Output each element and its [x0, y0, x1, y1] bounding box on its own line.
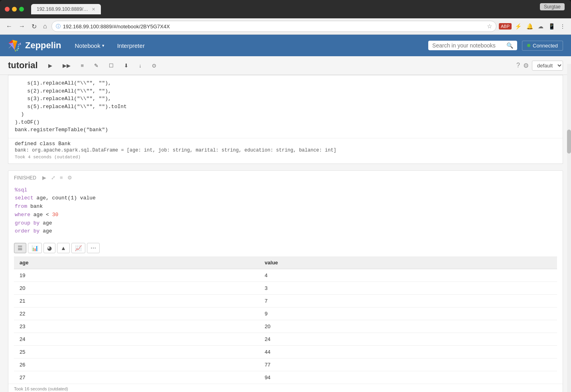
- notebook-titlebar: tutorial ▶ ▶▶ ≡ ✎ ☐ ⬇ ↓ ⊙ ? ⚙ default: [0, 56, 571, 75]
- run-paragraph-button[interactable]: ▶: [45, 61, 55, 70]
- cell-status: FINISHED ▶ ⤢ ≡ ⚙: [14, 174, 74, 181]
- output-time-1: Took 4 seconds (outdated): [15, 155, 556, 160]
- table-row: 2424: [14, 333, 557, 346]
- cell-value: 20: [259, 320, 557, 333]
- cell-age: 19: [14, 269, 259, 282]
- schedule-button[interactable]: ⊙: [149, 61, 159, 70]
- notebook-title: tutorial: [8, 60, 38, 71]
- code-line-7: bank.registerTempTable("bank"): [15, 126, 556, 134]
- notebook-area: tutorial ▶ ▶▶ ≡ ✎ ☐ ⬇ ↓ ⊙ ? ⚙ default: [0, 56, 571, 392]
- notebook-right-toolbar: ? ⚙ default: [516, 61, 563, 71]
- cell-value: 94: [259, 371, 557, 384]
- cell-age: 26: [14, 359, 259, 371]
- nav-notebook[interactable]: Notebook ▾: [69, 40, 110, 51]
- back-button[interactable]: ←: [4, 22, 14, 31]
- cell-age: 25: [14, 346, 259, 359]
- browser-ext-1[interactable]: ABP: [499, 23, 512, 30]
- clear-output-button[interactable]: ☐: [106, 61, 117, 70]
- interpreter-select[interactable]: default: [532, 61, 563, 71]
- table-row: 203: [14, 282, 557, 295]
- search-input[interactable]: [432, 42, 504, 49]
- browser-ext-2[interactable]: ⚡: [513, 22, 523, 30]
- cell-value: 24: [259, 333, 557, 346]
- main-nav: Notebook ▾ Interpreter: [69, 40, 428, 51]
- connected-badge: Connected: [522, 41, 563, 51]
- code-cell-1: s(1).replaceAll("\\"", ""), s(2).replace…: [8, 75, 563, 164]
- cell-status-label: FINISHED: [14, 175, 36, 181]
- export-button[interactable]: ⬇: [121, 61, 132, 70]
- output-block-1: defined class Bank bank: org.apache.spar…: [8, 138, 563, 163]
- secure-icon: ⓘ: [56, 23, 61, 30]
- table-view-button[interactable]: ☰: [14, 243, 26, 253]
- home-button[interactable]: ⌂: [41, 22, 49, 31]
- table-row: 2320: [14, 320, 557, 333]
- cell-age: 21: [14, 295, 259, 307]
- nav-notebook-arrow: ▾: [102, 43, 104, 48]
- sql-line-1: %sql: [15, 186, 556, 195]
- browser-ext-5[interactable]: 📱: [547, 22, 557, 30]
- bar-chart-button[interactable]: 📊: [28, 243, 42, 253]
- cell-value: 44: [259, 346, 557, 359]
- close-dot[interactable]: [5, 7, 10, 12]
- help-button[interactable]: ?: [516, 62, 520, 69]
- forward-button[interactable]: →: [17, 22, 27, 31]
- code-line-2: s(2).replaceAll("\\"", ""),: [15, 87, 556, 95]
- app-header: 🪁 Zeppelin Notebook ▾ Interpreter 🔍 Conn…: [0, 35, 571, 56]
- data-table: age value 194203217229232024242544267727…: [14, 256, 557, 384]
- nav-notebook-label: Notebook: [75, 42, 100, 49]
- reload-button[interactable]: ↻: [30, 22, 39, 31]
- zeppelin-logo-icon: 🪁: [8, 39, 22, 52]
- address-input[interactable]: [63, 24, 484, 30]
- code-block-1[interactable]: s(1).replaceAll("\\"", ""), s(2).replace…: [8, 75, 563, 138]
- cell-age: 22: [14, 307, 259, 320]
- line-chart-button[interactable]: 📈: [71, 243, 85, 253]
- pie-chart-button[interactable]: ◕: [43, 243, 55, 253]
- run-all-button[interactable]: ▶▶: [59, 61, 74, 70]
- star-icon[interactable]: ☆: [487, 23, 492, 30]
- show-code-button[interactable]: ≡: [58, 174, 65, 181]
- col-age-header: age: [14, 256, 259, 269]
- sql-line-3: from bank: [15, 203, 556, 211]
- browser-menu[interactable]: ⋮: [558, 22, 567, 30]
- browser-toolbar: ← → ↻ ⌂ ⓘ ☆ ABP ⚡ 🔔 ☁ 📱 ⋮: [0, 18, 571, 35]
- maximize-cell-button[interactable]: ⤢: [49, 174, 57, 181]
- show-hide-button[interactable]: ≡: [78, 61, 87, 70]
- scrollbar-thumb[interactable]: [567, 130, 571, 154]
- cell-value: 7: [259, 295, 557, 307]
- browser-ext-3[interactable]: 🔔: [525, 22, 535, 30]
- cell-value: 77: [259, 359, 557, 371]
- browser-tab[interactable]: 192.168.99.100:8889/#/note ✕: [31, 4, 101, 14]
- edit-button[interactable]: ✎: [91, 61, 102, 70]
- download-button[interactable]: ↓: [136, 61, 145, 70]
- table-row: 2794: [14, 371, 557, 384]
- chart-toolbar: ☰ 📊 ◕ ▲ 📈 ⋯: [8, 240, 563, 256]
- search-wrap: 🔍: [428, 41, 517, 50]
- surgtae-label: Surgtae: [540, 3, 565, 10]
- cell-settings-button[interactable]: ⚙: [66, 174, 74, 181]
- scrollbar-track[interactable]: [567, 64, 571, 392]
- connected-indicator: [527, 44, 530, 47]
- cell-value: 9: [259, 307, 557, 320]
- sql-cell: FINISHED ▶ ⤢ ≡ ⚙ %sql select age, count(…: [8, 170, 563, 392]
- browser-toolbar-icons: ABP ⚡ 🔔 ☁ 📱 ⋮: [499, 22, 567, 30]
- sql-line-5: group by age: [15, 219, 556, 228]
- minimize-dot[interactable]: [12, 7, 17, 12]
- sql-code-block[interactable]: %sql select age, count(1) value from ban…: [8, 185, 563, 240]
- maximize-dot[interactable]: [19, 7, 24, 12]
- browser-ext-4[interactable]: ☁: [536, 22, 545, 30]
- code-line-1: s(1).replaceAll("\\"", ""),: [15, 79, 556, 87]
- nav-interpreter[interactable]: Interpreter: [112, 40, 150, 51]
- address-bar-wrap: ⓘ ☆: [51, 21, 496, 32]
- app-container: 🪁 Zeppelin Notebook ▾ Interpreter 🔍 Conn…: [0, 35, 571, 392]
- area-chart-button[interactable]: ▲: [57, 243, 70, 253]
- scatter-chart-button[interactable]: ⋯: [87, 243, 100, 253]
- table-row: 2677: [14, 359, 557, 371]
- logo-text: Zeppelin: [25, 40, 61, 51]
- tab-close-icon[interactable]: ✕: [92, 7, 95, 12]
- code-line-6: ).toDF(): [15, 118, 556, 126]
- code-line-4: s(5).replaceAll("\\"", "").toInt: [15, 103, 556, 111]
- run-cell-button[interactable]: ▶: [41, 174, 48, 181]
- cell-value: 4: [259, 269, 557, 282]
- settings-button[interactable]: ⚙: [523, 62, 529, 69]
- cell-age: 20: [14, 282, 259, 295]
